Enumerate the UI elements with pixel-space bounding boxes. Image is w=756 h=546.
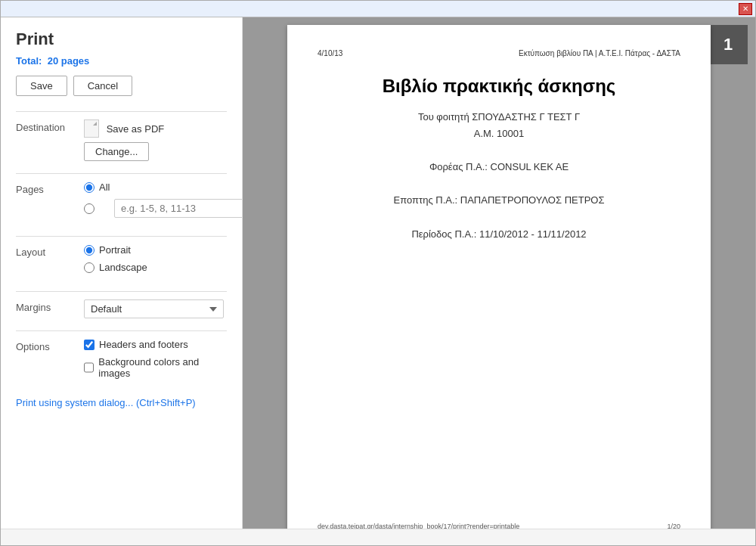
meta-line5: Περίοδος Π.Α.: 11/10/2012 - 11/11/2012 (318, 226, 680, 243)
preview-page: 4/10/13 Εκτύπωση βιβλίου ΠΑ | Α.Τ.Ε.Ι. Π… (287, 25, 711, 529)
preview-header-center: Εκτύπωση βιβλίου ΠΑ | Α.Τ.Ε.Ι. Πάτρας - … (519, 49, 680, 57)
divider-1 (16, 111, 227, 112)
pdf-icon (84, 119, 99, 138)
options-row: Options Headers and footers Background c… (16, 339, 227, 385)
divider-5 (16, 330, 227, 331)
layout-control: Portrait Landscape (84, 244, 227, 279)
save-button[interactable]: Save (16, 76, 67, 96)
portrait-label: Portrait (99, 244, 131, 256)
options-label: Options (16, 339, 84, 352)
margins-row: Margins Default None Minimum Custom (16, 299, 227, 318)
cancel-button[interactable]: Cancel (73, 76, 132, 96)
destination-name: Save as PDF (107, 123, 165, 135)
system-dialog-link[interactable]: Print using system dialog... (Ctrl+Shift… (16, 397, 227, 408)
title-bar: ✕ (1, 1, 755, 17)
divider-3 (16, 236, 227, 237)
meta-line1: Του φοιτητή ΣΠΟΥΔΑΣΤΗΣ Γ ΤΕΣΤ Γ (318, 109, 680, 126)
pages-custom-input[interactable] (114, 199, 243, 218)
divider-4 (16, 291, 227, 292)
status-bar (1, 529, 755, 545)
pages-custom-radio[interactable] (84, 203, 94, 214)
portrait-radio[interactable] (84, 245, 94, 256)
action-buttons: Save Cancel (16, 76, 227, 96)
margins-select[interactable]: Default None Minimum Custom (84, 299, 224, 318)
margins-control: Default None Minimum Custom (84, 299, 227, 318)
bg-colors-checkbox[interactable] (84, 362, 94, 373)
total-pages-label: Total: 20 pages (16, 55, 227, 67)
meta-line2: Α.Μ. 10001 (318, 126, 680, 142)
pages-custom-row (84, 199, 243, 218)
left-panel: Print Total: 20 pages Save Cancel Destin… (1, 17, 243, 529)
pages-control: All (84, 181, 243, 224)
preview-header: 4/10/13 Εκτύπωση βιβλίου ΠΑ | Α.Τ.Ε.Ι. Π… (318, 49, 680, 57)
layout-row: Layout Portrait Landscape (16, 244, 227, 279)
total-label: Total: (16, 55, 42, 67)
preview-meta: Του φοιτητή ΣΠΟΥΔΑΣΤΗΣ Γ ΤΕΣΤ Γ Α.Μ. 100… (318, 109, 680, 243)
divider-2 (16, 173, 227, 174)
preview-header-left: 4/10/13 (318, 49, 342, 57)
landscape-label: Landscape (99, 262, 147, 273)
meta-line4: Εποπτης Π.Α.: ΠΑΠΑΠΕΤΡΟΠΟΥΛΟΣ ΠΕΤΡΟΣ (318, 192, 680, 209)
destination-label: Destination (16, 119, 84, 133)
print-title: Print (16, 29, 227, 49)
pages-all-label: All (99, 181, 110, 193)
destination-control: Save as PDF Change... (84, 119, 227, 161)
page-number-badge: 1 (708, 25, 748, 64)
pages-all-row: All (84, 181, 243, 193)
content-area: Print Total: 20 pages Save Cancel Destin… (1, 17, 755, 529)
destination-row: Destination Save as PDF Change... (16, 119, 227, 161)
headers-footers-checkbox[interactable] (84, 340, 94, 350)
portrait-row: Portrait (84, 244, 227, 256)
options-control: Headers and footers Background colors an… (84, 339, 227, 385)
preview-footer: dev.dasta.teipat.gr/dasta/internship_boo… (318, 523, 680, 529)
preview-doc-title: Βιβλίο πρακτικής άσκησης (318, 76, 680, 97)
preview-panel: 1 4/10/13 Εκτύπωση βιβλίου ΠΑ | Α.Τ.Ε.Ι.… (243, 17, 755, 529)
footer-url: dev.dasta.teipat.gr/dasta/internship_boo… (318, 523, 519, 529)
pages-label: Pages (16, 181, 84, 195)
footer-page: 1/20 (667, 523, 680, 529)
pages-row: Pages All (16, 181, 227, 224)
landscape-radio[interactable] (84, 262, 94, 273)
margins-label: Margins (16, 299, 84, 313)
headers-footers-label: Headers and footers (99, 339, 188, 350)
meta-line3: Φορέας Π.Α.: CONSUL ΚΕΚ ΑΕ (318, 159, 680, 175)
landscape-row: Landscape (84, 262, 227, 273)
change-destination-button[interactable]: Change... (84, 142, 149, 161)
destination-value: Save as PDF (84, 119, 227, 138)
pages-all-radio[interactable] (84, 182, 94, 193)
layout-label: Layout (16, 244, 84, 258)
headers-footers-row: Headers and footers (84, 339, 227, 350)
bg-colors-label: Background colors and images (98, 356, 227, 379)
print-dialog: ✕ Print Total: 20 pages Save Cancel Dest… (0, 0, 756, 546)
page-count: 20 pages (48, 55, 90, 67)
close-button[interactable]: ✕ (739, 3, 752, 15)
bg-colors-row: Background colors and images (84, 356, 227, 379)
